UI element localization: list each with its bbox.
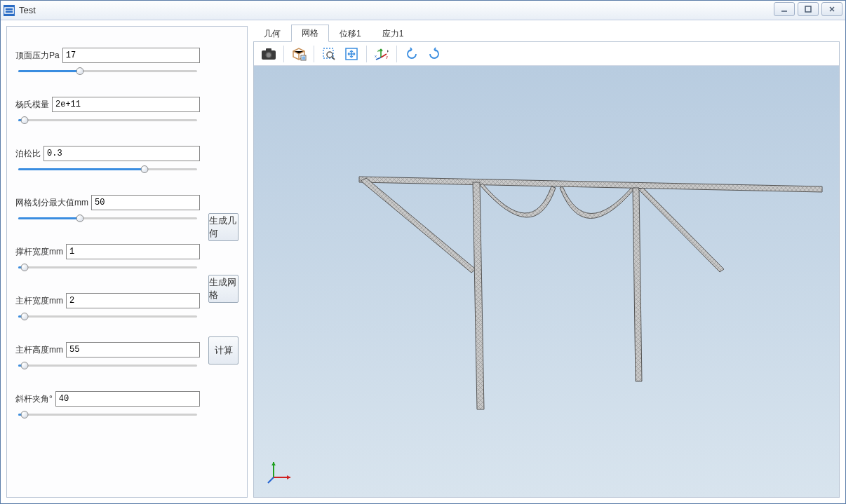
- tab-displacement1[interactable]: 位移1: [329, 25, 372, 42]
- svg-marker-24: [638, 188, 724, 272]
- param-pressure: 顶面压力Pa: [15, 48, 200, 77]
- pressure-slider[interactable]: [15, 66, 200, 77]
- window-title: Test: [19, 5, 36, 15]
- param-label: 杨氏模量: [15, 99, 49, 111]
- svg-marker-23: [633, 188, 642, 381]
- param-meshmax: 网格划分最大值mm: [15, 195, 200, 224]
- minimize-button[interactable]: [774, 2, 795, 16]
- compute-button[interactable]: 计算: [208, 336, 239, 365]
- svg-marker-21: [361, 178, 476, 273]
- tab-geometry[interactable]: 几何: [253, 25, 291, 42]
- pressure-input[interactable]: [62, 48, 200, 63]
- tab-stress1[interactable]: 应力1: [372, 25, 415, 42]
- mainheight-input[interactable]: [66, 342, 200, 357]
- param-bracewidth: 撑杆宽度mm: [15, 244, 200, 273]
- svg-rect-3: [805, 6, 811, 12]
- content-area: 顶面压力Pa 杨氏模量: [1, 20, 845, 503]
- svg-line-27: [268, 477, 274, 483]
- view-panel: 几何 网格 位移1 应力1: [253, 26, 840, 498]
- viewport-3d[interactable]: [254, 66, 839, 497]
- svg-marker-20: [359, 177, 822, 192]
- svg-text:y: y: [386, 55, 388, 59]
- angle-input[interactable]: [55, 391, 200, 407]
- zoom-extents-icon[interactable]: [341, 44, 362, 64]
- rotate-cw-icon[interactable]: [401, 44, 422, 64]
- param-angle: 斜杆夹角°: [15, 391, 200, 421]
- view-toolbar: zyx: [254, 42, 839, 66]
- camera-icon[interactable]: [258, 44, 279, 64]
- angle-slider[interactable]: [15, 409, 200, 421]
- param-label: 网格划分最大值mm: [15, 197, 88, 209]
- svg-text:z: z: [377, 48, 380, 53]
- mainheight-slider[interactable]: [15, 360, 200, 372]
- view-container: zyx: [253, 41, 840, 498]
- bracewidth-input[interactable]: [66, 244, 200, 259]
- view-tabs: 几何 网格 位移1 应力1: [253, 26, 840, 41]
- youngs-input[interactable]: [52, 97, 200, 112]
- svg-line-15: [376, 57, 381, 60]
- param-label: 撑杆宽度mm: [15, 246, 63, 258]
- axis-orient-icon[interactable]: zyx: [371, 44, 392, 64]
- zoom-selection-icon[interactable]: [318, 44, 340, 64]
- close-button[interactable]: [821, 2, 842, 16]
- param-mainwidth: 主杆宽度mm: [15, 293, 200, 322]
- structure-mesh: [352, 171, 829, 437]
- param-poisson: 泊松比: [15, 146, 200, 175]
- generate-mesh-button[interactable]: 生成网格: [208, 275, 239, 303]
- mainwidth-input[interactable]: [66, 293, 200, 308]
- svg-rect-8: [301, 55, 306, 60]
- bracewidth-slider[interactable]: [15, 262, 200, 273]
- meshmax-slider[interactable]: [15, 213, 200, 224]
- app-icon: [4, 5, 15, 16]
- generate-geometry-button[interactable]: 生成几何: [208, 213, 239, 241]
- action-buttons-column: 生成几何 生成网格 计算: [208, 48, 239, 489]
- youngs-slider[interactable]: [15, 115, 200, 126]
- meshmax-input[interactable]: [91, 195, 200, 210]
- axis-triad-icon: [267, 456, 295, 484]
- poisson-input[interactable]: [43, 146, 200, 161]
- mainwidth-slider[interactable]: [15, 311, 200, 322]
- parameters-column: 顶面压力Pa 杨氏模量: [15, 48, 200, 489]
- param-label: 斜杆夹角°: [15, 393, 53, 405]
- svg-text:x: x: [375, 54, 377, 58]
- svg-point-7: [267, 53, 271, 57]
- window-controls: [774, 2, 842, 16]
- maximize-button[interactable]: [798, 2, 819, 16]
- param-mainheight: 主杆高度mm: [15, 342, 200, 372]
- parameters-panel: 顶面压力Pa 杨氏模量: [6, 26, 248, 498]
- param-youngs: 杨氏模量: [15, 97, 200, 126]
- svg-rect-5: [266, 48, 271, 51]
- titlebar: Test: [1, 1, 845, 20]
- view-mode-icon[interactable]: [288, 44, 309, 64]
- rotate-ccw-icon[interactable]: [424, 44, 445, 64]
- tab-mesh[interactable]: 网格: [291, 25, 329, 42]
- param-label: 主杆高度mm: [15, 344, 63, 356]
- svg-marker-22: [473, 182, 484, 409]
- svg-point-10: [327, 52, 333, 57]
- app-window: Test 顶面压力Pa: [0, 0, 846, 504]
- poisson-slider[interactable]: [15, 164, 200, 175]
- param-label: 顶面压力Pa: [15, 50, 60, 62]
- param-label: 泊松比: [15, 148, 41, 160]
- param-label: 主杆宽度mm: [15, 295, 63, 307]
